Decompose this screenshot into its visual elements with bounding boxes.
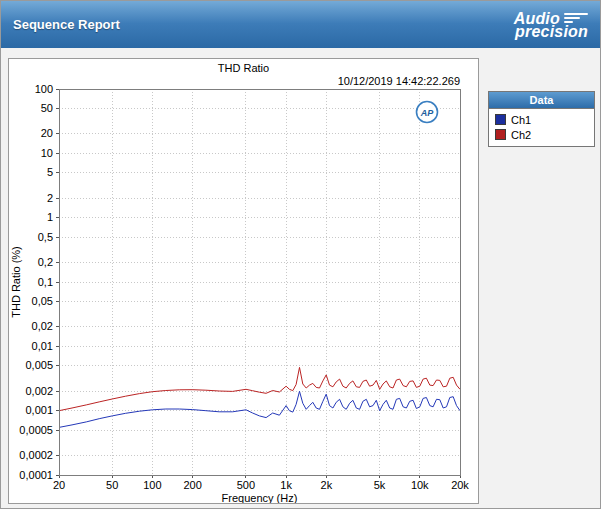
y-tick-label: 0,0005 bbox=[19, 424, 53, 436]
y-tick-label: 2 bbox=[47, 192, 53, 204]
x-tick-label: 5k bbox=[374, 479, 386, 491]
y-tick-label: 0,0002 bbox=[19, 449, 53, 461]
y-tick-label: 0,005 bbox=[25, 359, 53, 371]
y-tick-label: 0,001 bbox=[25, 404, 53, 416]
legend-item-ch1: Ch1 bbox=[495, 112, 588, 127]
x-tick-label: 50 bbox=[106, 479, 118, 491]
x-tick-label: 2k bbox=[321, 479, 333, 491]
y-axis-title: THD Ratio (%) bbox=[10, 246, 22, 318]
y-tick-label: 0,05 bbox=[32, 295, 53, 307]
y-tick-label: 10 bbox=[41, 147, 53, 159]
page-title: Sequence Report bbox=[13, 17, 120, 32]
x-tick-label: 500 bbox=[237, 479, 255, 491]
logo-text-precision: precision bbox=[514, 25, 588, 38]
x-axis-title: Frequency (Hz) bbox=[222, 492, 298, 503]
ap-logo-icon: AP bbox=[417, 102, 438, 123]
report-window: Sequence Report Audio precision THD Rati… bbox=[0, 0, 601, 509]
report-title-bar: Sequence Report Audio precision bbox=[1, 1, 600, 48]
y-tick-label: 0,01 bbox=[32, 340, 53, 352]
y-tick-label: 20 bbox=[41, 127, 53, 139]
y-tick-label: 5 bbox=[47, 166, 53, 178]
y-tick-label: 100 bbox=[35, 83, 53, 95]
x-tick-label: 200 bbox=[183, 479, 201, 491]
legend-panel: Data Ch1 Ch2 bbox=[488, 91, 595, 147]
y-tick-label: 0,5 bbox=[38, 231, 53, 243]
y-tick-label: 0,02 bbox=[32, 320, 53, 332]
ap-badge-text: AP bbox=[420, 108, 434, 118]
y-tick-label: 1 bbox=[47, 211, 53, 223]
y-tick-label: 0,1 bbox=[38, 276, 53, 288]
ch2-series-line bbox=[59, 367, 460, 410]
y-tick-label: 0,0001 bbox=[19, 469, 53, 481]
y-tick-label: 50 bbox=[41, 102, 53, 114]
ch2-color-swatch bbox=[495, 129, 506, 140]
ch1-series-line bbox=[59, 391, 460, 427]
y-tick-label: 0,2 bbox=[38, 256, 53, 268]
x-tick-label: 10k bbox=[411, 479, 429, 491]
ch1-color-swatch bbox=[495, 114, 506, 125]
logo-bars-icon bbox=[564, 13, 588, 23]
legend-body: Ch1 Ch2 bbox=[489, 109, 594, 146]
x-tick-label: 100 bbox=[143, 479, 161, 491]
legend-label-ch1: Ch1 bbox=[511, 114, 531, 126]
x-tick-label: 1k bbox=[280, 479, 292, 491]
y-tick-label: 0,002 bbox=[25, 385, 53, 397]
chart-panel: THD Ratio 10/12/2019 14:42:22.269 100502… bbox=[8, 58, 479, 504]
legend-label-ch2: Ch2 bbox=[511, 129, 531, 141]
audio-precision-logo: Audio precision bbox=[514, 12, 588, 38]
x-tick-label: 20k bbox=[451, 479, 469, 491]
x-tick-label: 20 bbox=[53, 479, 65, 491]
legend-title: Data bbox=[489, 92, 594, 109]
thd-ratio-chart: 1005020105210,50,20,10,050,020,010,0050,… bbox=[9, 59, 478, 503]
legend-item-ch2: Ch2 bbox=[495, 127, 588, 142]
